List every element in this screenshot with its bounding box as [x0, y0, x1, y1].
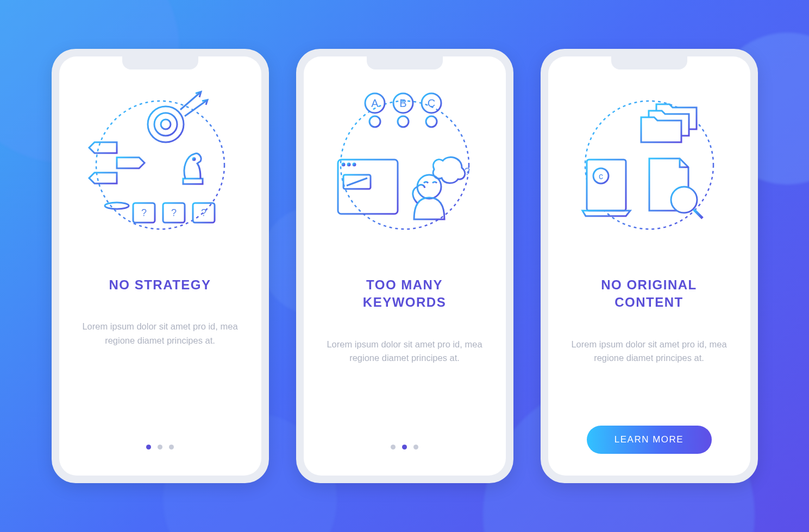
indicator-dot[interactable]: [146, 445, 151, 449]
learn-more-button[interactable]: LEARN MORE: [587, 426, 712, 454]
svg-point-7: [105, 202, 129, 209]
screen-body: Lorem ipsum dolor sit amet pro id, mea r…: [323, 338, 486, 365]
phone-notch: [367, 56, 443, 69]
indicator-dot[interactable]: [402, 445, 407, 449]
svg-point-51: [417, 175, 441, 199]
phone-screen: c NO ORIGINAL CONTENT: [548, 56, 750, 476]
svg-line-66: [694, 210, 703, 218]
svg-point-43: [353, 163, 355, 166]
svg-point-29: [398, 116, 409, 127]
page-indicator: [146, 445, 174, 449]
indicator-dot[interactable]: [169, 445, 174, 449]
screen-body: Lorem ipsum dolor sit amet pro id, mea r…: [79, 320, 242, 347]
svg-text:?: ?: [464, 166, 469, 177]
onboarding-phone-2: A B C: [296, 49, 513, 483]
svg-text:A: A: [371, 97, 379, 109]
svg-point-1: [148, 106, 184, 142]
svg-point-8: [193, 158, 195, 160]
svg-text:?: ?: [200, 207, 206, 218]
page-indicator: [391, 445, 418, 449]
phone-screen: ? ? ? NO STRATEGY Lorem ipsum dolor sit …: [59, 56, 261, 476]
indicator-dot[interactable]: [391, 445, 396, 449]
svg-rect-39: [338, 160, 398, 214]
screen-title: TOO MANY KEYWORDS: [329, 276, 481, 312]
svg-text:?: ?: [141, 207, 146, 218]
content-illustration: c: [568, 86, 731, 238]
screen-title: NO ORIGINAL CONTENT: [573, 276, 725, 312]
svg-text:C: C: [427, 97, 435, 109]
svg-text:B: B: [399, 97, 406, 109]
phone-notch: [122, 56, 198, 69]
svg-line-45: [347, 178, 367, 186]
svg-rect-53: [587, 160, 626, 211]
svg-point-23: [369, 116, 380, 127]
phone-screen: A B C: [304, 56, 506, 476]
svg-point-2: [154, 113, 177, 136]
strategy-illustration: ? ? ?: [79, 86, 242, 238]
indicator-dot[interactable]: [413, 445, 418, 449]
svg-point-35: [426, 116, 437, 127]
svg-point-41: [342, 163, 344, 166]
onboarding-phone-3: c NO ORIGINAL CONTENT: [541, 49, 758, 483]
keywords-illustration: A B C: [323, 86, 486, 238]
svg-point-3: [161, 119, 171, 129]
screen-body: Lorem ipsum dolor sit amet pro id, mea r…: [568, 338, 731, 365]
svg-point-42: [348, 163, 350, 166]
phone-notch: [611, 56, 687, 69]
svg-text:c: c: [599, 172, 603, 181]
indicator-dot[interactable]: [158, 445, 162, 449]
onboarding-phone-1: ? ? ? NO STRATEGY Lorem ipsum dolor sit …: [52, 49, 269, 483]
screen-title: NO STRATEGY: [109, 276, 211, 294]
svg-text:?: ?: [171, 207, 176, 218]
svg-point-63: [671, 187, 697, 213]
